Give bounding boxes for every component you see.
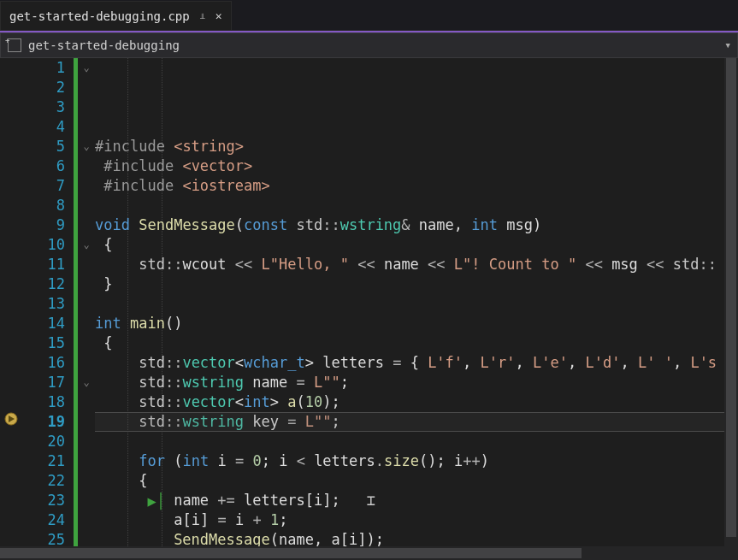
glyph-margin[interactable] xyxy=(0,58,24,560)
fold-toggle xyxy=(78,196,95,215)
line-number[interactable]: 22 xyxy=(24,471,65,491)
navigation-scope-bar[interactable]: get-started-debugging ▼ xyxy=(0,32,738,58)
fold-toggle xyxy=(78,78,95,97)
code-line[interactable]: #include <vector> xyxy=(95,156,738,176)
code-line[interactable]: std::vector<wchar_t> letters = { L'f', L… xyxy=(95,353,738,373)
line-number[interactable]: 2 xyxy=(24,78,65,97)
scope-icon xyxy=(8,38,21,52)
fold-toggle xyxy=(78,274,95,294)
horizontal-scrollbar[interactable] xyxy=(0,546,724,560)
line-number[interactable]: 8 xyxy=(24,196,65,215)
tab-bar: get-started-debugging.cpp ⫫ ✕ xyxy=(0,0,738,31)
code-line[interactable]: { xyxy=(95,471,738,491)
line-number[interactable]: 7 xyxy=(24,176,65,196)
code-line[interactable]: for (int i = 0; i < letters.size(); i++) xyxy=(95,451,738,471)
chevron-down-icon[interactable]: ▼ xyxy=(726,41,730,50)
code-line[interactable]: int main() xyxy=(95,314,738,333)
line-number[interactable]: 6 xyxy=(24,156,65,176)
pin-icon[interactable]: ⫫ xyxy=(198,11,207,21)
code-line[interactable] xyxy=(95,432,738,451)
code-line[interactable]: std::wstring name = L""; xyxy=(95,373,738,392)
file-tab[interactable]: get-started-debugging.cpp ⫫ ✕ xyxy=(0,1,232,30)
execution-pointer-icon xyxy=(4,412,18,426)
code-line[interactable]: } xyxy=(95,274,738,294)
code-line[interactable] xyxy=(95,196,738,215)
fold-toggle xyxy=(78,510,95,530)
code-line[interactable]: ▶│ name += letters[i]; ⌶ xyxy=(95,491,738,510)
fold-toggle xyxy=(78,353,95,373)
line-number[interactable]: 5 xyxy=(24,137,65,156)
vertical-scrollbar-thumb[interactable] xyxy=(726,58,736,537)
fold-toggle xyxy=(78,294,95,314)
code-line[interactable]: std::vector<int> a(10); xyxy=(95,392,738,412)
fold-toggle[interactable]: ⌄ xyxy=(78,373,95,392)
line-number[interactable]: 9 xyxy=(24,215,65,235)
fold-toggle[interactable]: ⌄ xyxy=(78,137,95,156)
code-line[interactable]: a[i] = i + 1; xyxy=(95,510,738,530)
line-number[interactable]: 14 xyxy=(24,314,65,333)
fold-toggle[interactable]: ⌄ xyxy=(78,58,95,78)
code-line[interactable]: void SendMessage(const std::wstring& nam… xyxy=(95,215,738,235)
code-line[interactable] xyxy=(95,294,738,314)
fold-toggle xyxy=(78,471,95,491)
code-editor[interactable]: 1234567891011121314151617181920212223242… xyxy=(0,58,738,560)
line-number[interactable]: 1 xyxy=(24,58,65,78)
line-number-gutter[interactable]: 1234567891011121314151617181920212223242… xyxy=(24,58,74,560)
fold-toggle xyxy=(78,156,95,176)
code-line[interactable]: std::wstring key = L""; xyxy=(95,412,738,432)
fold-toggle xyxy=(78,97,95,117)
fold-toggle xyxy=(78,117,95,137)
line-number[interactable]: 19 xyxy=(24,412,65,432)
code-line[interactable]: { xyxy=(95,235,738,255)
vertical-scrollbar[interactable] xyxy=(724,58,738,560)
fold-toggle xyxy=(78,255,95,274)
line-number[interactable]: 13 xyxy=(24,294,65,314)
line-number[interactable]: 12 xyxy=(24,274,65,294)
code-area[interactable]: #include <string> #include <vector> #inc… xyxy=(95,58,738,560)
line-number[interactable]: 10 xyxy=(24,235,65,255)
fold-toggle xyxy=(78,392,95,412)
line-number[interactable]: 24 xyxy=(24,510,65,530)
fold-toggle xyxy=(78,491,95,510)
line-number[interactable]: 18 xyxy=(24,392,65,412)
fold-toggle xyxy=(78,412,95,432)
line-number[interactable]: 23 xyxy=(24,491,65,510)
fold-toggle xyxy=(78,432,95,451)
scope-name: get-started-debugging xyxy=(28,38,180,52)
close-icon[interactable]: ✕ xyxy=(215,9,222,22)
fold-toggle[interactable]: ⌄ xyxy=(78,235,95,255)
horizontal-scrollbar-thumb[interactable] xyxy=(0,548,582,558)
code-line[interactable]: #include <string> xyxy=(95,137,738,156)
fold-toggle xyxy=(78,333,95,353)
tab-title: get-started-debugging.cpp xyxy=(9,9,190,23)
line-number[interactable]: 16 xyxy=(24,353,65,373)
fold-toggle xyxy=(78,451,95,471)
code-line[interactable]: { xyxy=(95,333,738,353)
line-number[interactable]: 20 xyxy=(24,432,65,451)
fold-toggle xyxy=(78,176,95,196)
line-number[interactable]: 3 xyxy=(24,97,65,117)
line-number[interactable]: 17 xyxy=(24,373,65,392)
code-line[interactable]: std::wcout << L"Hello, " << name << L"! … xyxy=(95,255,738,274)
fold-toggle xyxy=(78,314,95,333)
fold-toggle xyxy=(78,215,95,235)
line-number[interactable]: 21 xyxy=(24,451,65,471)
fold-column[interactable]: ⌄⌄⌄⌄ xyxy=(78,58,95,560)
line-number[interactable]: 11 xyxy=(24,255,65,274)
code-line[interactable]: #include <iostream> xyxy=(95,176,738,196)
line-number[interactable]: 4 xyxy=(24,117,65,137)
line-number[interactable]: 15 xyxy=(24,333,65,353)
